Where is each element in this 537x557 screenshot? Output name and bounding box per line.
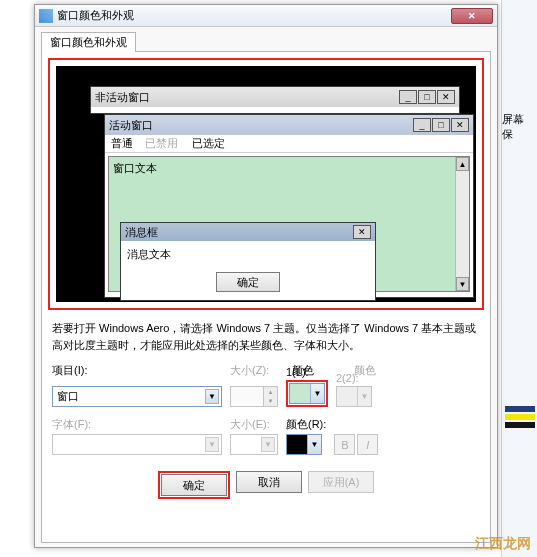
color1-label: 1(L): [286, 366, 328, 378]
size-spinner: ▲▼ [230, 386, 278, 407]
close-icon: ✕ [353, 225, 371, 239]
cancel-button[interactable]: 取消 [236, 471, 302, 493]
inactive-titlebar: 非活动窗口 _ □ ✕ [91, 87, 459, 107]
dropdown-icon: ▼ [310, 384, 324, 403]
min-icon: _ [413, 118, 431, 132]
min-icon: _ [399, 90, 417, 104]
color2-preview [337, 387, 357, 406]
menu-disabled: 已禁用 [145, 136, 178, 151]
preview-scrollbar: ▲ ▼ [455, 157, 469, 291]
max-icon: □ [432, 118, 450, 132]
dropdown-icon: ▼ [205, 389, 219, 404]
tab-panel: 非活动窗口 _ □ ✕ 活动窗口 _ □ ✕ [41, 51, 491, 543]
spin-up-icon: ▲ [263, 387, 277, 397]
font-color-swatch[interactable]: ▼ [286, 434, 322, 455]
msgbox-titlebar: 消息框 ✕ [121, 223, 375, 241]
font-label: 字体(F): [52, 417, 222, 432]
msgbox-ok-button: 确定 [216, 272, 280, 292]
dropdown-icon: ▼ [307, 435, 321, 454]
dropdown-icon: ▼ [357, 387, 371, 406]
color1-swatch[interactable]: ▼ [289, 383, 325, 404]
side-text: 屏幕保 [502, 112, 533, 142]
color2-label: 2(2): [336, 372, 372, 384]
item-combo[interactable]: 窗口 ▼ [52, 386, 222, 407]
fsize-label: 大小(E): [230, 417, 278, 432]
preview-menu: 普通 已禁用 已选定 [105, 135, 473, 153]
side-color-bars [505, 406, 535, 430]
color2-swatch: ▼ [336, 386, 372, 407]
spin-down-icon: ▼ [263, 397, 277, 407]
scroll-up-icon: ▲ [456, 157, 469, 171]
close-icon: ✕ [468, 11, 476, 21]
close-icon: ✕ [437, 90, 455, 104]
scroll-down-icon: ▼ [456, 277, 469, 291]
max-icon: □ [418, 90, 436, 104]
active-title-text: 活动窗口 [109, 118, 412, 133]
menu-normal: 普通 [111, 136, 133, 151]
dialog-actions: 确定 取消 应用(A) [48, 471, 484, 499]
dialog-window: 窗口颜色和外观 ✕ 窗口颜色和外观 非活动窗口 _ □ ✕ [34, 4, 498, 548]
inactive-title-text: 非活动窗口 [95, 90, 398, 105]
dropdown-icon: ▼ [205, 437, 219, 452]
italic-button: I [357, 434, 378, 455]
color1-preview [290, 384, 310, 403]
dialog-title: 窗口颜色和外观 [57, 8, 451, 23]
font-color-preview [287, 435, 307, 454]
dialog-close-button[interactable]: ✕ [451, 8, 493, 24]
active-titlebar: 活动窗口 _ □ ✕ [105, 115, 473, 135]
menu-selected: 已选定 [190, 136, 227, 151]
close-icon: ✕ [451, 118, 469, 132]
window-text: 窗口文本 [113, 162, 157, 174]
preview-messagebox: 消息框 ✕ 消息文本 确定 [120, 222, 376, 301]
fcolor-label: 颜色(R): [286, 417, 326, 432]
item-label: 项目(I): [52, 363, 222, 378]
tab-strip: 窗口颜色和外观 非活动窗口 _ □ ✕ 活动窗口 [35, 27, 497, 543]
apply-button: 应用(A) [308, 471, 374, 493]
item-combo-value: 窗口 [57, 389, 205, 404]
ok-button[interactable]: 确定 [161, 474, 227, 496]
size-label: 大小(Z): [230, 363, 284, 378]
background-panel: 屏幕保 [501, 0, 537, 557]
preview-inactive-window: 非活动窗口 _ □ ✕ [90, 86, 460, 114]
size-input [231, 387, 263, 406]
dropdown-icon: ▼ [261, 437, 275, 452]
dialog-titlebar[interactable]: 窗口颜色和外观 ✕ [35, 5, 497, 27]
description-text: 若要打开 Windows Aero，请选择 Windows 7 主题。仅当选择了… [52, 320, 480, 353]
msgbox-title: 消息框 [125, 225, 352, 240]
font-combo: ▼ [52, 434, 222, 455]
msgbox-text: 消息文本 [121, 241, 375, 268]
tab-appearance[interactable]: 窗口颜色和外观 [41, 32, 136, 52]
controls-area: 项目(I): 大小(Z): 颜色 颜色 窗口 [48, 363, 484, 455]
app-icon [39, 9, 53, 23]
fsize-combo: ▼ [230, 434, 278, 455]
preview-area: 非活动窗口 _ □ ✕ 活动窗口 _ □ ✕ [48, 58, 484, 310]
bold-button: B [334, 434, 355, 455]
